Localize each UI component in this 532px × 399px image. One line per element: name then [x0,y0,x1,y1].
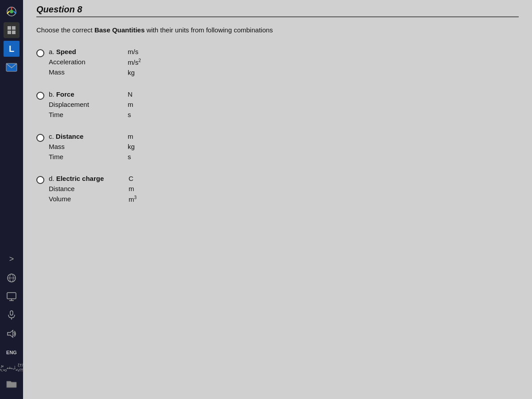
option-b: b. Force Displacement Time N [36,90,519,120]
option-d-names: d. Electric charge Distance Volume [49,175,124,204]
unit-speed: m/s [128,48,154,55]
svg-point-1 [10,10,13,13]
option-c-row-mass: Mass [49,143,114,150]
option-c-unit-distance: m [128,133,154,140]
option-c-names: c. Distance Mass Time [49,133,114,162]
radio-b[interactable] [36,92,44,100]
item-name-volume: Volume [49,195,124,203]
chrome-icon[interactable] [4,4,20,20]
blue-l-icon[interactable]: L [4,41,20,57]
option-c-unit-mass: kg [128,143,154,150]
option-d-unit-distance: m [129,185,155,192]
unit-electric: C [129,175,155,182]
option-c-header: c. Distance Mass Time m [36,133,519,162]
radio-d[interactable] [36,176,44,184]
instruction-plain: Choose the correct [36,26,94,34]
option-b-row-displacement: Displacement [49,101,114,108]
svg-rect-6 [12,26,16,30]
item-name-time-b: Time [49,111,114,118]
option-c-row-time: Time [49,153,114,160]
arabic-text: ﻳﻭ •Λ:•ο ﻞﺒﻘﻣ ξT/•V/To [4,363,20,373]
option-b-row-force: b. Force [49,90,114,98]
item-name-force: b. Force [49,90,114,98]
taskbar: L > [0,0,23,399]
option-b-unit-time: s [128,111,154,118]
volume-icon[interactable] [4,326,20,342]
grid-icon[interactable] [4,22,20,38]
option-b-header: b. Force Displacement Time N [36,90,519,120]
option-a-header: a. Speed Acceleration Mass m/s [36,48,519,78]
instruction-bold: Base Quantities [94,26,145,34]
question-instruction: Choose the correct Base Quantities with … [36,25,519,35]
unit-volume: m3 [129,195,155,203]
taskbar-bottom: > [4,251,20,395]
globe-icon[interactable] [4,270,20,286]
option-d: d. Electric charge Distance Volume C [36,175,519,205]
option-b-row-time: Time [49,111,114,118]
unit-mass-c: kg [128,143,154,150]
option-c-units: m kg s [128,133,154,162]
option-d-units: C m m3 [129,175,155,205]
option-d-unit-electric: C [129,175,155,182]
main-content: Question 8 Choose the correct Base Quant… [23,0,532,399]
option-b-units: N m s [128,90,154,120]
option-b-unit-force: N [128,90,154,98]
options-container: a. Speed Acceleration Mass m/s [36,48,519,205]
question-title: Question 8 [36,4,519,17]
item-name-distance-c: c. Distance [49,133,114,140]
option-a-names: a. Speed Acceleration Mass [49,48,114,78]
option-a-unit-mass: kg [128,69,154,76]
content-wrapper: Question 8 Choose the correct Base Quant… [23,0,532,399]
unit-distance-c: m [128,133,154,140]
option-c-unit-time: s [128,153,154,160]
option-c-row-distance: c. Distance [49,133,114,140]
arrow-icon[interactable]: > [4,251,20,267]
option-a: a. Speed Acceleration Mass m/s [36,48,519,78]
unit-time-b: s [128,111,154,118]
item-name-electric: d. Electric charge [49,175,124,182]
mic-icon[interactable] [4,307,20,323]
option-a-unit-acceleration: m/s2 [128,58,154,66]
option-a-row-mass: Mass [49,68,114,76]
option-c: c. Distance Mass Time m [36,133,519,162]
item-name-distance-d: Distance [49,185,124,192]
monitor-icon[interactable] [4,289,20,305]
unit-mass-a: kg [128,69,154,76]
unit-acceleration: m/s2 [128,58,154,66]
item-name-displacement: Displacement [49,101,114,108]
svg-rect-13 [7,293,16,299]
option-d-row-distance: Distance [49,185,124,192]
radio-a[interactable] [36,49,44,57]
svg-rect-16 [10,311,13,315]
mail-icon[interactable] [4,59,20,75]
item-name-mass-c: Mass [49,143,114,150]
option-a-unit-speed: m/s [128,48,154,55]
svg-marker-18 [8,330,13,337]
option-a-units: m/s m/s2 kg [128,48,154,78]
unit-force: N [128,90,154,98]
option-d-row-volume: Volume [49,195,124,203]
svg-rect-5 [8,26,11,30]
item-name-speed: a. Speed [49,48,114,55]
instruction-rest: with their units from following combinat… [145,26,273,34]
unit-time-c: s [128,153,154,160]
item-name-time-c: Time [49,153,114,160]
radio-c[interactable] [36,134,44,142]
item-name-acceleration: Acceleration [49,58,114,66]
svg-rect-8 [12,31,16,34]
item-name-mass-a: Mass [49,68,114,76]
option-d-unit-volume: m3 [129,195,155,203]
option-b-unit-displacement: m [128,101,154,108]
unit-distance-d: m [129,185,155,192]
option-a-row-speed: a. Speed [49,48,114,55]
svg-rect-7 [8,31,11,34]
folder-icon[interactable] [4,376,20,392]
eng-label[interactable]: ENG [4,344,20,360]
option-d-header: d. Electric charge Distance Volume C [36,175,519,205]
unit-displacement: m [128,101,154,108]
option-a-row-acceleration: Acceleration [49,58,114,66]
option-d-row-electric: d. Electric charge [49,175,124,182]
option-b-names: b. Force Displacement Time [49,90,114,120]
